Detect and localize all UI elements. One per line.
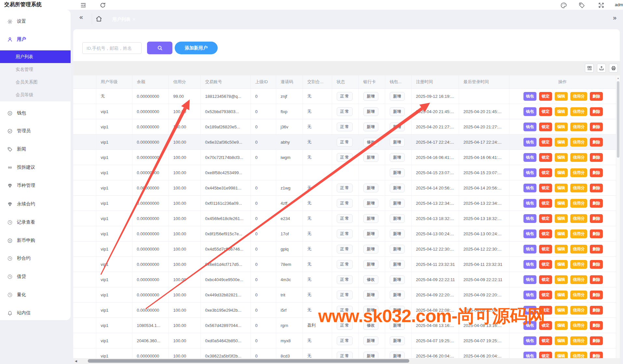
row-lock-button[interactable]: 锁定 bbox=[539, 260, 552, 269]
row-lock-button[interactable]: 锁定 bbox=[539, 153, 552, 162]
row-credit-button[interactable]: 信用分 bbox=[570, 153, 587, 162]
bank-card-badge[interactable]: 修改 bbox=[363, 275, 378, 284]
sidebar-item-perpetual-contract[interactable]: 永续合约 bbox=[0, 198, 71, 211]
row-credit-button[interactable]: 信用分 bbox=[570, 275, 587, 284]
row-edit-button[interactable]: 编辑 bbox=[555, 199, 568, 208]
row-lock-button[interactable]: 锁定 bbox=[539, 184, 552, 192]
home-icon[interactable] bbox=[95, 15, 103, 23]
search-button[interactable] bbox=[147, 42, 172, 54]
row-edit-button[interactable]: 编辑 bbox=[555, 245, 568, 254]
row-delete-button[interactable]: 删除 bbox=[590, 153, 603, 162]
row-credit-button[interactable]: 信用分 bbox=[570, 352, 587, 358]
sidebar-item-feedback[interactable]: 投拆建议 bbox=[0, 161, 71, 174]
status-badge[interactable]: 正 常 bbox=[337, 352, 353, 358]
row-lock-button[interactable]: 锁定 bbox=[539, 107, 552, 116]
wallet-badge[interactable]: 新增 bbox=[390, 184, 405, 192]
status-badge[interactable]: 正 常 bbox=[337, 229, 353, 238]
scroll-left-icon[interactable]: ◀ bbox=[75, 359, 77, 363]
scroll-up-icon[interactable]: ▲ bbox=[616, 77, 620, 80]
fullscreen-icon[interactable] bbox=[598, 2, 604, 8]
status-badge[interactable]: 正 常 bbox=[337, 138, 353, 147]
wallet-badge[interactable]: 新增 bbox=[390, 92, 405, 101]
add-user-button[interactable]: 添加新用户 bbox=[175, 42, 218, 54]
collapse-sidebar-icon[interactable] bbox=[80, 2, 87, 8]
row-delete-button[interactable]: 删除 bbox=[590, 184, 603, 192]
row-lock-button[interactable]: 锁定 bbox=[539, 291, 552, 299]
bank-card-badge[interactable]: 新增 bbox=[363, 123, 378, 131]
current-user-label[interactable]: admin bbox=[615, 2, 623, 8]
row-lock-button[interactable]: 锁定 bbox=[539, 92, 552, 101]
bank-card-badge[interactable]: 新增 bbox=[363, 260, 378, 269]
status-badge[interactable]: 正 常 bbox=[337, 275, 353, 284]
wallet-badge[interactable]: 新增 bbox=[390, 245, 405, 254]
row-wallet-button[interactable]: 钱包 bbox=[523, 168, 536, 177]
row-credit-button[interactable]: 信用分 bbox=[570, 199, 587, 208]
sidebar-item-admins[interactable]: 管理员 bbox=[0, 124, 71, 137]
row-edit-button[interactable]: 编辑 bbox=[555, 184, 568, 192]
status-badge[interactable]: 正 常 bbox=[337, 107, 353, 116]
sidebar-item-news[interactable]: 新闻 bbox=[0, 143, 71, 156]
row-edit-button[interactable]: 编辑 bbox=[555, 229, 568, 238]
row-delete-button[interactable]: 删除 bbox=[590, 291, 603, 299]
wallet-badge[interactable]: 新增 bbox=[390, 138, 405, 147]
row-delete-button[interactable]: 删除 bbox=[590, 123, 603, 131]
row-wallet-button[interactable]: 钱包 bbox=[523, 107, 536, 116]
tab-user-list[interactable]: 用户列表 ✕ bbox=[106, 13, 142, 25]
wallet-badge[interactable]: 新增 bbox=[390, 229, 405, 238]
wallet-badge[interactable]: 新增 bbox=[390, 168, 405, 177]
refresh-icon[interactable] bbox=[100, 2, 106, 8]
print-button[interactable] bbox=[609, 64, 618, 72]
bank-card-badge[interactable]: 新增 bbox=[363, 184, 378, 192]
row-delete-button[interactable]: 删除 bbox=[590, 168, 603, 177]
row-edit-button[interactable]: 编辑 bbox=[555, 275, 568, 284]
bank-card-badge[interactable]: 新增 bbox=[363, 153, 378, 162]
row-delete-button[interactable]: 删除 bbox=[590, 138, 603, 147]
row-delete-button[interactable]: 删除 bbox=[590, 92, 603, 101]
sidebar-subitem-member-relations[interactable]: 会员关系图 bbox=[0, 76, 71, 88]
status-badge[interactable]: 正 常 bbox=[337, 199, 353, 208]
status-badge[interactable]: 正 常 bbox=[337, 153, 353, 162]
row-credit-button[interactable]: 信用分 bbox=[570, 184, 587, 192]
row-edit-button[interactable]: 编辑 bbox=[555, 214, 568, 223]
row-wallet-button[interactable]: 钱包 bbox=[523, 123, 536, 131]
row-delete-button[interactable]: 删除 bbox=[590, 214, 603, 223]
wallet-badge[interactable]: 新增 bbox=[390, 352, 405, 358]
sidebar-item-coin-management[interactable]: 币种管理 bbox=[0, 179, 71, 192]
horizontal-scroll-thumb[interactable] bbox=[88, 359, 409, 363]
sidebar-subitem-realname[interactable]: 实名管理 bbox=[0, 63, 71, 76]
wallet-badge[interactable]: 新增 bbox=[390, 199, 405, 208]
sidebar-item-site-messages[interactable]: 站内信 bbox=[0, 306, 71, 319]
row-edit-button[interactable]: 编辑 bbox=[555, 123, 568, 131]
row-edit-button[interactable]: 编辑 bbox=[555, 107, 568, 116]
row-wallet-button[interactable]: 钱包 bbox=[523, 92, 536, 101]
row-lock-button[interactable]: 锁定 bbox=[539, 214, 552, 223]
row-delete-button[interactable]: 删除 bbox=[590, 199, 603, 208]
bank-card-badge[interactable]: 新增 bbox=[363, 199, 378, 208]
row-wallet-button[interactable]: 钱包 bbox=[523, 260, 536, 269]
row-delete-button[interactable]: 删除 bbox=[590, 245, 603, 254]
sidebar-item-users[interactable]: 用户 bbox=[0, 33, 71, 46]
wallet-badge[interactable]: 新增 bbox=[390, 291, 405, 299]
row-credit-button[interactable]: 信用分 bbox=[570, 229, 587, 238]
row-wallet-button[interactable]: 钱包 bbox=[523, 245, 536, 254]
row-wallet-button[interactable]: 钱包 bbox=[523, 184, 536, 192]
row-credit-button[interactable]: 信用分 bbox=[570, 245, 587, 254]
sidebar-item-new-coin-subscription[interactable]: $ 新币申购 bbox=[0, 234, 71, 247]
status-badge[interactable]: 正 常 bbox=[337, 92, 353, 101]
tag-icon[interactable] bbox=[578, 2, 585, 8]
bank-card-badge[interactable]: 新增 bbox=[363, 245, 378, 254]
row-delete-button[interactable]: 删除 bbox=[590, 336, 603, 345]
wallet-badge[interactable]: 新增 bbox=[390, 260, 405, 269]
wallet-badge[interactable]: 新增 bbox=[390, 336, 405, 345]
row-credit-button[interactable]: 信用分 bbox=[570, 92, 587, 101]
row-edit-button[interactable]: 编辑 bbox=[555, 336, 568, 345]
row-delete-button[interactable]: 删除 bbox=[590, 306, 603, 315]
status-badge[interactable]: 正 常 bbox=[337, 291, 353, 299]
row-credit-button[interactable]: 信用分 bbox=[570, 168, 587, 177]
row-wallet-button[interactable]: 钱包 bbox=[523, 138, 536, 147]
theme-palette-icon[interactable] bbox=[560, 2, 567, 8]
row-lock-button[interactable]: 锁定 bbox=[539, 123, 552, 131]
sidebar-item-settings[interactable]: 设置 bbox=[0, 15, 71, 28]
row-edit-button[interactable]: 编辑 bbox=[555, 153, 568, 162]
row-lock-button[interactable]: 锁定 bbox=[539, 199, 552, 208]
